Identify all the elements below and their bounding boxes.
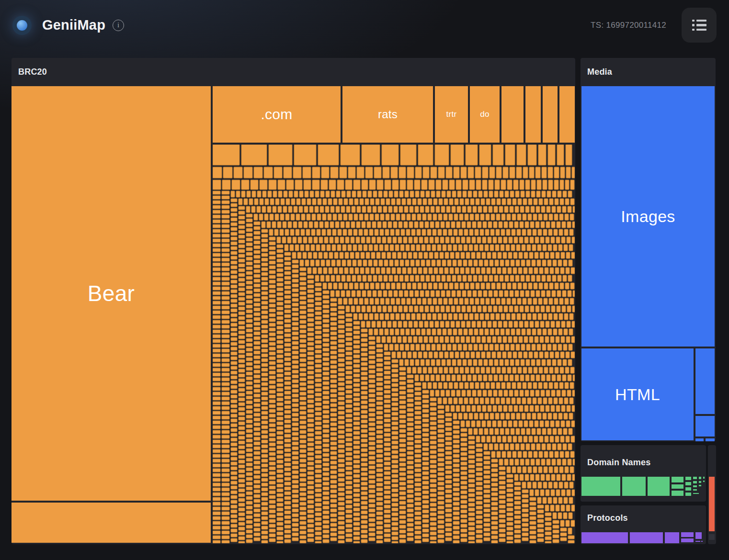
treemap-block[interactable] bbox=[693, 485, 697, 487]
treemap-block[interactable] bbox=[699, 485, 701, 486]
treemap-block[interactable] bbox=[685, 477, 691, 480]
treemap-block-images[interactable]: Images bbox=[581, 86, 715, 347]
brc20-grid[interactable] bbox=[213, 145, 575, 543]
treemap-block[interactable] bbox=[681, 532, 694, 537]
treemap-block[interactable] bbox=[581, 477, 620, 496]
treemap-block[interactable] bbox=[693, 481, 697, 483]
treemap-block[interactable] bbox=[11, 503, 211, 543]
app-title: GeniiMap bbox=[42, 17, 105, 33]
treemap-block[interactable] bbox=[685, 482, 691, 485]
panel-brc20: BRC20Bear.comratstrtrdo bbox=[11, 58, 575, 544]
treemap-block[interactable] bbox=[581, 532, 628, 543]
treemap-block-com[interactable]: .com bbox=[213, 86, 341, 143]
treemap-block[interactable] bbox=[648, 477, 670, 496]
treemap-block[interactable] bbox=[703, 481, 705, 482]
app-logo bbox=[12, 16, 32, 35]
treemap-block-trtr[interactable]: trtr bbox=[435, 86, 468, 143]
treemap-block-do[interactable]: do bbox=[470, 86, 500, 143]
treemap-block[interactable] bbox=[701, 541, 703, 542]
panel-title-media: Media bbox=[587, 67, 612, 77]
panel-protocols: Protocols bbox=[581, 505, 706, 544]
treemap-block[interactable] bbox=[672, 477, 683, 482]
treemap-block-rats[interactable]: rats bbox=[342, 86, 433, 143]
treemap-block[interactable] bbox=[706, 438, 715, 441]
treemap-block[interactable] bbox=[681, 538, 694, 542]
treemap-block[interactable] bbox=[693, 477, 697, 479]
treemap-block[interactable] bbox=[695, 348, 715, 414]
treemap-block[interactable] bbox=[622, 477, 646, 496]
treemap-block[interactable] bbox=[709, 477, 715, 531]
info-icon[interactable]: i bbox=[113, 20, 124, 31]
treemap-block[interactable] bbox=[501, 86, 524, 143]
treemap-block-bear[interactable]: Bear bbox=[11, 86, 211, 501]
top-bar: GeniiMap i TS: 1699720011412 bbox=[0, 0, 729, 50]
treemap-block[interactable] bbox=[699, 477, 701, 479]
timestamp: TS: 1699720011412 bbox=[591, 21, 666, 30]
panel-domain-names: Domain Names bbox=[581, 445, 706, 502]
treemap-block[interactable] bbox=[695, 532, 702, 539]
treemap-block[interactable] bbox=[695, 416, 715, 437]
treemap-block[interactable] bbox=[709, 534, 715, 540]
treemap-block[interactable] bbox=[695, 541, 700, 542]
treemap-block[interactable] bbox=[630, 532, 663, 543]
panel-title-domain-names: Domain Names bbox=[587, 458, 650, 468]
menu-button[interactable] bbox=[682, 8, 717, 43]
treemap-block[interactable] bbox=[672, 484, 683, 489]
treemap-block[interactable] bbox=[559, 86, 575, 143]
treemap-block[interactable] bbox=[693, 493, 699, 494]
treemap-block[interactable] bbox=[672, 491, 683, 496]
treemap-block[interactable] bbox=[543, 86, 558, 143]
panel-title-protocols: Protocols bbox=[587, 513, 628, 523]
panel-title-brc20: BRC20 bbox=[18, 67, 47, 77]
treemap-block[interactable] bbox=[703, 477, 705, 479]
panel-overflow bbox=[708, 445, 716, 544]
treemap-block[interactable] bbox=[695, 438, 704, 441]
treemap-block-html[interactable]: HTML bbox=[581, 348, 694, 440]
treemap-block[interactable] bbox=[685, 487, 691, 491]
app-logo-dot bbox=[17, 20, 27, 31]
list-icon bbox=[692, 20, 706, 31]
geniimap-app: GeniiMap i TS: 1699720011412 BRC20Bear.c… bbox=[0, 0, 729, 560]
panel-media: MediaImagesHTML bbox=[581, 58, 716, 441]
treemap-block[interactable] bbox=[699, 481, 701, 483]
treemap-block[interactable] bbox=[525, 86, 541, 143]
treemap-block[interactable] bbox=[685, 493, 691, 496]
treemap-block[interactable] bbox=[665, 532, 679, 543]
treemap-block[interactable] bbox=[693, 489, 697, 491]
